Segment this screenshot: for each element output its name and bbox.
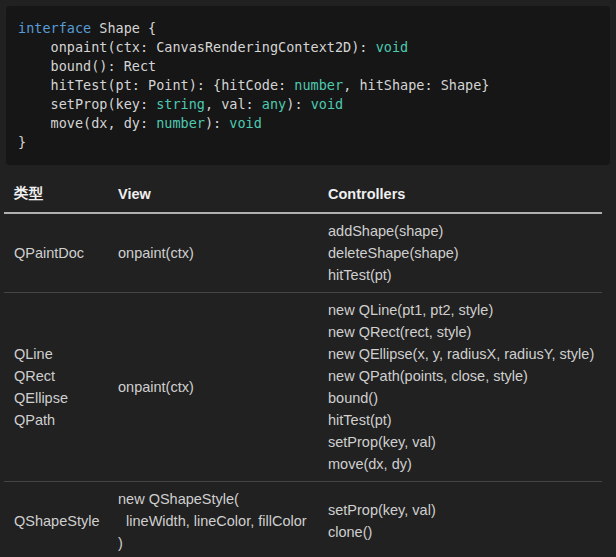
code-token: void — [311, 96, 344, 112]
cell-line: addShape(shape) — [328, 220, 592, 242]
code-token: , val: — [205, 96, 262, 112]
column-header-view: View — [108, 178, 318, 213]
cell-line: QLine — [14, 343, 98, 365]
code-line: } — [18, 133, 598, 152]
cell-line: new QShapeStyle( — [118, 488, 308, 510]
table-row: QLineQRectQEllipseQPathonpaint(ctx)new Q… — [4, 293, 602, 482]
code-token: void — [376, 39, 409, 55]
cell-line: QEllipse — [14, 387, 98, 409]
code-token: bound(): Rect — [18, 58, 156, 74]
document-page: interface Shape { onpaint(ctx: CanvasRen… — [0, 6, 616, 557]
cell-type: QPaintDoc — [4, 213, 108, 293]
cell-line: deleteShape(shape) — [328, 242, 592, 264]
cell-line: setProp(key, val) — [328, 499, 592, 521]
cell-line: hitTest(pt) — [328, 409, 592, 431]
cell-line: new QRect(rect, style) — [328, 321, 592, 343]
code-token: string — [156, 96, 205, 112]
cell-line: lineWidth, lineColor, fillColor — [118, 510, 308, 532]
cell-controllers: addShape(shape)deleteShape(shape)hitTest… — [318, 213, 602, 293]
cell-view: onpaint(ctx) — [108, 293, 318, 482]
cell-controllers: new QLine(pt1, pt2, style)new QRect(rect… — [318, 293, 602, 482]
cell-line: bound() — [328, 387, 592, 409]
code-line: setProp(key: string, val: any): void — [18, 95, 598, 114]
cell-line: setProp(key, val) — [328, 431, 592, 453]
code-token: setProp(key: — [18, 96, 156, 112]
code-token: onpaint(ctx: CanvasRenderingContext2D): — [18, 39, 376, 55]
cell-line: move(dx, dy) — [328, 453, 592, 475]
code-token: ): — [286, 96, 310, 112]
cell-line: QPath — [14, 409, 98, 431]
table-row: QShapeStylenew QShapeStyle( lineWidth, l… — [4, 482, 602, 557]
code-token: any — [262, 96, 286, 112]
code-block: interface Shape { onpaint(ctx: CanvasRen… — [6, 6, 610, 165]
column-header-controllers: Controllers — [318, 178, 602, 213]
api-table: 类型 View Controllers QPaintDoconpaint(ctx… — [4, 178, 602, 557]
cell-line: onpaint(ctx) — [118, 242, 308, 264]
code-token: number — [294, 77, 343, 93]
cell-line: QPaintDoc — [14, 242, 98, 264]
code-line: interface Shape { — [18, 19, 598, 38]
cell-type: QShapeStyle — [4, 482, 108, 557]
cell-view: new QShapeStyle( lineWidth, lineColor, f… — [108, 482, 318, 557]
code-token: hitTest(pt: Point): {hitCode: — [18, 77, 294, 93]
code-token: void — [229, 115, 262, 131]
code-line: move(dx, dy: number): void — [18, 114, 598, 133]
cell-line: ) — [118, 532, 308, 554]
cell-line: new QPath(points, close, style) — [328, 365, 592, 387]
code-line: onpaint(ctx: CanvasRenderingContext2D): … — [18, 38, 598, 57]
code-token: interface — [18, 20, 91, 36]
code-token: Shape { — [91, 20, 156, 36]
cell-line: hitTest(pt) — [328, 264, 592, 286]
cell-line: clone() — [328, 521, 592, 543]
code-token: } — [18, 134, 26, 150]
cell-line: QRect — [14, 365, 98, 387]
code-token: , hitShape: Shape} — [343, 77, 489, 93]
cell-type: QLineQRectQEllipseQPath — [4, 293, 108, 482]
cell-line: onpaint(ctx) — [118, 376, 308, 398]
code-token: ): — [205, 115, 229, 131]
cell-line: new QEllipse(x, y, radiusX, radiusY, sty… — [328, 343, 592, 365]
table-header-row: 类型 View Controllers — [4, 178, 602, 213]
code-token: number — [156, 115, 205, 131]
cell-view: onpaint(ctx) — [108, 213, 318, 293]
code-line: hitTest(pt: Point): {hitCode: number, hi… — [18, 76, 598, 95]
cell-line: QShapeStyle — [14, 510, 98, 532]
cell-controllers: setProp(key, val)clone() — [318, 482, 602, 557]
cell-line: new QLine(pt1, pt2, style) — [328, 299, 592, 321]
column-header-type: 类型 — [4, 178, 108, 213]
table-row: QPaintDoconpaint(ctx)addShape(shape)dele… — [4, 213, 602, 293]
code-line: bound(): Rect — [18, 57, 598, 76]
code-token: move(dx, dy: — [18, 115, 156, 131]
